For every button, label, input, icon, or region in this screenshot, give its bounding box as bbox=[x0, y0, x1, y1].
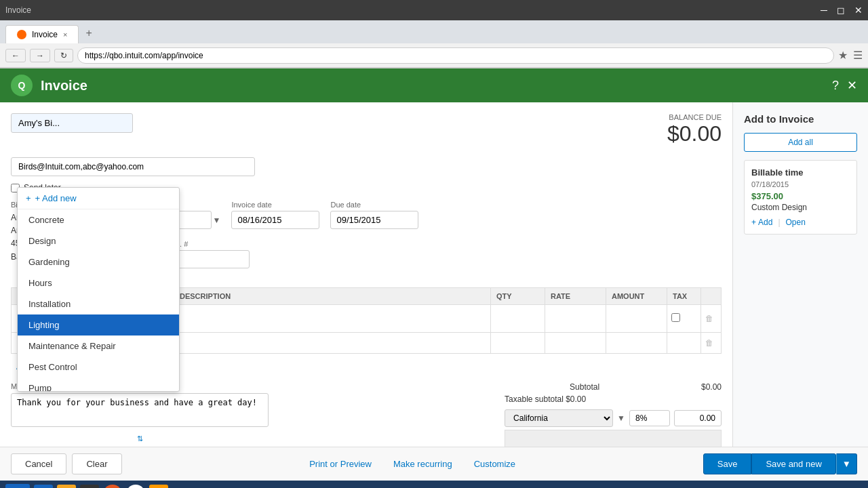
row1-del-cell: 🗑 bbox=[701, 305, 722, 333]
window-close-btn[interactable]: ✕ bbox=[854, 5, 863, 16]
billable-card: Billable time 07/18/2015 $375.00 Custom … bbox=[744, 160, 857, 235]
row1-rate-input[interactable] bbox=[549, 311, 601, 326]
tax-select-arrow[interactable]: ▼ bbox=[617, 413, 625, 423]
footer-bar: Cancel Clear Print or Preview Make recur… bbox=[0, 447, 868, 481]
maximize-btn[interactable]: ◻ bbox=[837, 5, 845, 16]
window-title: Invoice bbox=[5, 5, 815, 15]
tax-amount-input[interactable] bbox=[674, 410, 722, 426]
row1-qty-input[interactable] bbox=[495, 311, 540, 326]
message-textarea[interactable]: Thank you for your business and have a g… bbox=[11, 393, 269, 427]
row1-desc-input[interactable] bbox=[178, 311, 486, 326]
new-tab-btn[interactable]: + bbox=[79, 23, 98, 43]
taxable-label: Taxable subtotal $0.00 bbox=[505, 394, 586, 404]
bottom-row: Message displayed on invoice Thank you f… bbox=[11, 382, 722, 447]
row2-desc-input[interactable] bbox=[178, 336, 486, 350]
panel-title: Add to Invoice bbox=[744, 113, 857, 125]
tab-close-btn[interactable]: × bbox=[63, 30, 67, 39]
save-button[interactable]: Save bbox=[703, 453, 752, 474]
product-dropdown: + + Add new Concrete Design Gardening Ho… bbox=[17, 187, 180, 392]
customer-section bbox=[11, 113, 133, 133]
col-rate: RATE bbox=[545, 288, 606, 305]
row2-delete-icon[interactable]: 🗑 bbox=[705, 338, 713, 348]
minimize-btn[interactable]: ─ bbox=[821, 5, 827, 16]
dropdown-item-lighting[interactable]: Lighting bbox=[18, 314, 179, 336]
save-dropdown-btn[interactable]: ▼ bbox=[836, 453, 857, 474]
taskbar-vlc-icon[interactable]: 🎬 bbox=[149, 485, 168, 488]
row1-rate-cell bbox=[545, 305, 606, 333]
balance-label: BALANCE DUE bbox=[667, 113, 722, 121]
tax-rate-input[interactable] bbox=[629, 410, 670, 426]
refresh-btn[interactable]: ↻ bbox=[54, 49, 73, 62]
clear-button[interactable]: Clear bbox=[72, 453, 121, 474]
po-no-input[interactable] bbox=[168, 250, 250, 268]
invoice-date-input[interactable] bbox=[231, 211, 319, 229]
add-all-btn[interactable]: Add all bbox=[744, 133, 857, 152]
dropdown-item-gardening[interactable]: Gardening bbox=[18, 251, 179, 272]
invoice-top: BALANCE DUE $0.00 bbox=[11, 113, 722, 146]
balance-amount: $0.00 bbox=[667, 121, 722, 146]
active-tab[interactable]: Invoice × bbox=[5, 25, 79, 43]
title-bar: Invoice ─ ◻ ✕ bbox=[0, 0, 868, 20]
right-panel: Add to Invoice Add all Billable time 07/… bbox=[732, 102, 868, 447]
col-description: DESCRIPTION bbox=[174, 288, 491, 305]
back-btn[interactable]: ← bbox=[5, 49, 26, 62]
app-header: Q Invoice ? ✕ bbox=[0, 68, 868, 102]
tab-title: Invoice bbox=[32, 30, 58, 39]
dropdown-item-pest[interactable]: Pest Control bbox=[18, 357, 179, 378]
forward-btn[interactable]: → bbox=[30, 49, 50, 62]
taxable-row: Taxable subtotal $0.00 bbox=[505, 394, 722, 404]
start-button[interactable]: ⊞ bbox=[5, 484, 30, 488]
taskbar-ie-icon[interactable]: e bbox=[34, 485, 53, 488]
row1-amount-input[interactable] bbox=[610, 311, 663, 326]
invoice-date-label: Invoice date bbox=[231, 201, 319, 209]
help-icon[interactable]: ? bbox=[832, 79, 839, 93]
row1-desc-cell bbox=[174, 305, 491, 333]
save-new-button[interactable]: Save and new bbox=[751, 453, 835, 474]
dropdown-list: + + Add new Concrete Design Gardening Ho… bbox=[18, 188, 179, 391]
taskbar-ff-icon[interactable]: 🦊 bbox=[103, 485, 122, 488]
browser-chrome: Invoice ─ ◻ ✕ Invoice × + ← → ↻ ★ ☰ bbox=[0, 0, 868, 68]
dropdown-item-concrete[interactable]: Concrete bbox=[18, 209, 179, 230]
footer-right: Save Save and new ▼ bbox=[703, 453, 857, 474]
settings-icon[interactable]: ☰ bbox=[853, 49, 863, 62]
subtotal-label: Subtotal bbox=[505, 382, 599, 392]
dropdown-item-maintenance[interactable]: Maintenance & Repair bbox=[18, 336, 179, 357]
url-bar[interactable] bbox=[77, 47, 834, 64]
attach-icon[interactable]: ⇅ bbox=[11, 434, 269, 443]
dropdown-item-design[interactable]: Design bbox=[18, 230, 179, 251]
dropdown-item-installation[interactable]: Installation bbox=[18, 293, 179, 314]
tax-state-select[interactable]: California bbox=[505, 409, 613, 427]
col-amount: AMOUNT bbox=[606, 288, 667, 305]
billable-add-btn[interactable]: + Add bbox=[751, 218, 772, 227]
taskbar: ⊞ e 📁 ▶ 🦊 🌐 🎬 ▲ 🔊 📶 11:27 PM 8/16/2015 bbox=[0, 481, 868, 488]
add-icon: + bbox=[751, 218, 756, 227]
terms-dropdown-icon[interactable]: ▼ bbox=[213, 216, 221, 225]
subtotal-row: Subtotal $0.00 bbox=[505, 382, 722, 392]
app-header-right: ? ✕ bbox=[832, 78, 857, 93]
customer-field[interactable] bbox=[11, 113, 133, 133]
make-recurring-btn[interactable]: Make recurring bbox=[391, 456, 455, 472]
due-date-input[interactable] bbox=[330, 211, 418, 229]
taskbar-media-icon[interactable]: ▶ bbox=[80, 485, 99, 488]
email-field[interactable] bbox=[11, 157, 255, 176]
billable-amount: $375.00 bbox=[751, 191, 850, 201]
row1-delete-icon[interactable]: 🗑 bbox=[705, 314, 713, 323]
dropdown-add-new[interactable]: + + Add new bbox=[18, 188, 179, 209]
billable-actions: + Add | Open bbox=[751, 218, 850, 227]
dropdown-item-hours[interactable]: Hours bbox=[18, 272, 179, 293]
col-del bbox=[701, 288, 722, 305]
print-preview-btn[interactable]: Print or Preview bbox=[307, 456, 374, 472]
row2-desc-cell bbox=[174, 333, 491, 354]
dropdown-item-pump[interactable]: Pump bbox=[18, 378, 179, 391]
bookmark-icon[interactable]: ★ bbox=[838, 49, 848, 62]
taskbar-chrome-icon[interactable]: 🌐 bbox=[126, 485, 145, 488]
billable-open-btn[interactable]: Open bbox=[786, 218, 806, 227]
close-icon[interactable]: ✕ bbox=[847, 78, 857, 93]
row2-del-cell: 🗑 bbox=[701, 333, 722, 354]
cancel-button[interactable]: Cancel bbox=[11, 453, 66, 474]
taskbar-explorer-icon[interactable]: 📁 bbox=[57, 485, 76, 488]
due-date-group: Due date bbox=[330, 201, 418, 229]
customize-btn[interactable]: Customize bbox=[471, 456, 518, 472]
row1-tax-checkbox[interactable] bbox=[671, 313, 680, 322]
row2-amount-cell bbox=[606, 333, 667, 354]
